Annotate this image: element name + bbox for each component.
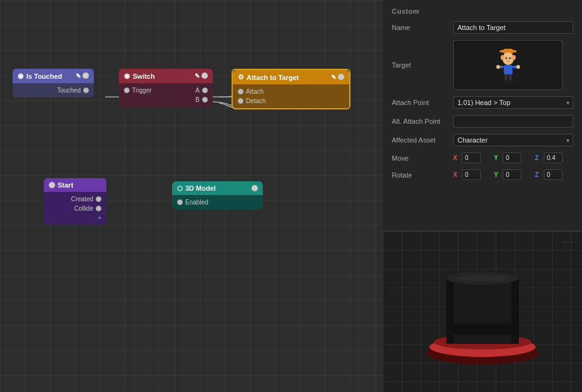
start-collide-row: Collide: [49, 205, 101, 212]
switch-pin2: [202, 73, 208, 79]
svg-point-7: [506, 60, 510, 63]
switch-output-b-row: B: [124, 96, 208, 103]
node-switch-header: ◉ Switch ✎: [119, 69, 213, 83]
node-is-touched[interactable]: ◉ Is Touched ✎ Touched: [13, 69, 94, 98]
panel-attach-point-label: Attach Point: [392, 99, 448, 106]
svg-rect-8: [504, 65, 513, 74]
panel-rotate-row: Rotate X Y Z: [392, 169, 573, 180]
node-3dmodel-body: Enabled: [172, 195, 263, 209]
node-start-title: Start: [58, 181, 73, 189]
switch-output-b-port[interactable]: [202, 97, 208, 103]
move-x-input-group: X: [453, 153, 491, 163]
attach-input-attach-row: Attach: [238, 88, 344, 95]
attach-input-detach-port[interactable]: [238, 98, 243, 104]
is-touched-pin2: [83, 73, 89, 79]
3dmodel-enabled-label: Enabled: [185, 199, 208, 206]
move-xyz-group: X Y Z: [453, 153, 573, 163]
character-svg: [493, 45, 524, 86]
start-node-circle: [49, 182, 55, 188]
attach-input-detach-row: Detach: [238, 98, 344, 104]
node-switch-title: Switch: [133, 73, 155, 80]
attach-input-attach-label: Attach: [246, 88, 263, 95]
node-switch-body: Trigger A B: [119, 83, 213, 107]
3dmodel-enabled-port[interactable]: [177, 199, 183, 205]
svg-rect-24: [446, 323, 519, 334]
node-attach-header: ⚙ Attach to Target ✎: [233, 70, 349, 84]
rotate-y-input-group: Y: [494, 169, 532, 180]
node-attach-to-target[interactable]: ⚙ Attach to Target ✎ Attach Detach: [232, 69, 350, 109]
svg-rect-14: [509, 74, 512, 81]
switch-input-port[interactable]: [124, 88, 130, 93]
svg-rect-13: [504, 74, 508, 81]
panel-attach-point-row: Attach Point 1.01) Head > Top: [392, 96, 573, 109]
right-panel: Custom Name Target: [383, 0, 582, 392]
node-attach-title: Attach to Target: [247, 74, 299, 81]
is-touched-output-port[interactable]: [83, 88, 89, 93]
svg-point-12: [516, 65, 520, 69]
node-3dmodel-title: 3D Model: [185, 184, 216, 192]
node-3dmodel-header: ⬡ 3D Model: [172, 181, 263, 195]
affected-asset-select[interactable]: Character: [453, 134, 573, 146]
attach-input-detach-label: Detach: [246, 98, 266, 104]
node-is-touched-body: Touched: [13, 83, 94, 98]
move-z-field[interactable]: [544, 153, 563, 163]
switch-output-a-port[interactable]: [202, 88, 208, 93]
switch-input-label: Trigger: [132, 87, 151, 94]
viewport-dots: ···: [563, 236, 574, 246]
start-collide-label: Collide: [74, 205, 93, 212]
start-add-row[interactable]: +: [49, 214, 101, 221]
svg-point-25: [457, 275, 508, 281]
start-created-port[interactable]: [96, 196, 101, 202]
move-x-field[interactable]: [462, 153, 481, 163]
node-3dmodel[interactable]: ⬡ 3D Model Enabled: [172, 181, 263, 209]
attach-point-select-wrapper[interactable]: 1.01) Head > Top: [453, 96, 573, 109]
attach-node-icon: ⚙: [238, 73, 244, 81]
node-start-body: Created Collide +: [44, 192, 106, 225]
switch-node-icon: ◉: [124, 72, 130, 80]
rotate-x-label: X: [453, 171, 461, 178]
panel-affected-asset-label: Affected Asset: [392, 136, 448, 144]
node-is-touched-icon: ◉: [18, 72, 24, 80]
node-canvas[interactable]: ◉ Is Touched ✎ Touched ◉ Switch ✎: [0, 0, 383, 392]
svg-point-15: [503, 80, 508, 83]
affected-asset-select-wrapper[interactable]: Character: [453, 134, 573, 146]
switch-input-row: Trigger A: [124, 87, 208, 94]
hat-container: [420, 261, 545, 373]
node-start[interactable]: Start Created Collide +: [44, 178, 106, 225]
node-attach-body: Attach Detach: [233, 84, 349, 108]
rotate-x-field[interactable]: [462, 169, 481, 180]
panel-name-input[interactable]: [453, 21, 573, 34]
alt-attach-point-input[interactable]: [453, 115, 573, 128]
move-y-label: Y: [494, 154, 501, 161]
node-is-touched-header: ◉ Is Touched ✎: [13, 69, 94, 83]
panel-alt-attach-point-label: Alt. Attach Point: [392, 118, 448, 125]
svg-point-5: [505, 57, 507, 59]
svg-point-3: [501, 55, 504, 60]
rotate-y-label: Y: [494, 171, 501, 178]
start-add-button[interactable]: +: [98, 214, 101, 221]
rotate-z-label: Z: [535, 171, 543, 178]
attach-point-select[interactable]: 1.01) Head > Top: [453, 96, 573, 109]
attach-pin1: ✎: [331, 74, 336, 81]
move-x-label: X: [453, 154, 461, 161]
attach-pin2: [338, 74, 344, 80]
rotate-xyz-group: X Y Z: [453, 169, 573, 180]
node-switch[interactable]: ◉ Switch ✎ Trigger A B: [119, 69, 213, 107]
panel-section-title: Custom: [392, 8, 573, 15]
switch-output-a-label: A: [195, 87, 200, 94]
svg-point-16: [508, 80, 513, 83]
svg-point-2: [503, 53, 514, 65]
rotate-z-input-group: Z: [535, 169, 573, 180]
switch-output-b-label: B: [195, 96, 200, 103]
panel-target-label: Target: [392, 61, 448, 69]
attach-input-attach-port[interactable]: [238, 89, 243, 94]
move-y-field[interactable]: [503, 153, 521, 163]
move-y-input-group: Y: [494, 153, 532, 163]
3dmodel-enabled-row: Enabled: [177, 199, 258, 206]
rotate-z-field[interactable]: [544, 169, 563, 180]
start-collide-port[interactable]: [96, 206, 101, 211]
svg-point-11: [496, 65, 500, 69]
svg-point-6: [509, 57, 511, 59]
rotate-y-field[interactable]: [503, 169, 521, 180]
is-touched-output-row: Touched: [18, 87, 89, 94]
